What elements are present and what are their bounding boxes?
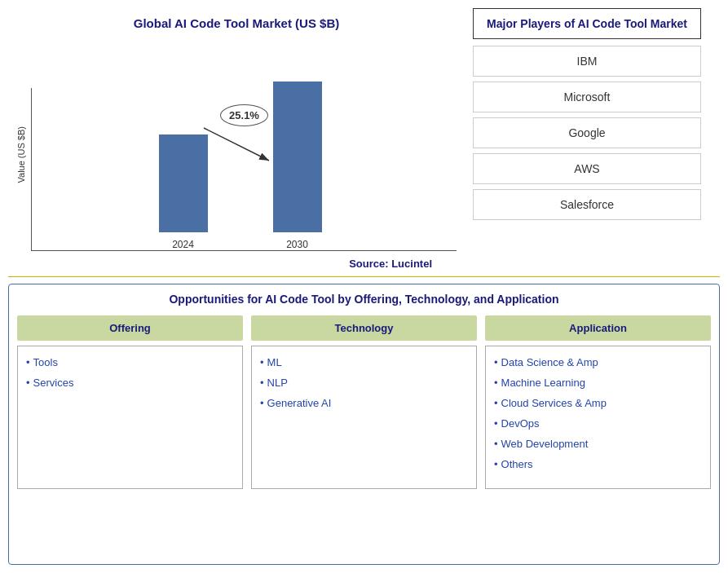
players-title: Major Players of AI Code Tool Market bbox=[473, 8, 701, 39]
bar-2024 bbox=[159, 134, 208, 232]
application-item-cloud: • Cloud Services & Amp bbox=[494, 397, 702, 409]
application-item-ml: • Machine Learning bbox=[494, 377, 702, 389]
technology-item-nlp: • NLP bbox=[260, 377, 468, 389]
bullet-icon: • bbox=[494, 417, 498, 430]
bar-label-2024: 2024 bbox=[172, 239, 194, 250]
technology-item-genai: • Generative AI bbox=[260, 397, 468, 409]
bars-container: 25.1% bbox=[31, 88, 457, 251]
growth-bubble: 25.1% bbox=[220, 104, 268, 126]
bullet-icon: • bbox=[260, 356, 264, 368]
player-item-google: Google bbox=[473, 117, 701, 148]
offering-header: Offering bbox=[17, 315, 243, 341]
chart-area: Value (US $B) 25.1% bbox=[16, 40, 457, 270]
technology-items: • ML • NLP • Generative AI bbox=[251, 346, 477, 489]
bullet-icon: • bbox=[494, 438, 498, 450]
bullet-icon: • bbox=[260, 397, 264, 409]
offering-column: Offering • Tools • Services bbox=[17, 315, 243, 489]
bullet-icon: • bbox=[494, 377, 498, 389]
offering-item-tools: • Tools bbox=[26, 356, 234, 368]
bottom-section: Opportunities for AI Code Tool by Offeri… bbox=[8, 284, 720, 565]
bullet-icon: • bbox=[494, 397, 498, 409]
application-column: Application • Data Science & Amp • Machi… bbox=[485, 315, 711, 489]
columns-container: Offering • Tools • Services Technology bbox=[17, 315, 711, 489]
player-item-aws: AWS bbox=[473, 153, 701, 184]
bar-group-2024: 2024 bbox=[159, 134, 208, 250]
player-item-ibm: IBM bbox=[473, 46, 701, 77]
application-item-webdev: • Web Development bbox=[494, 438, 702, 450]
bullet-icon: • bbox=[26, 377, 30, 389]
application-header: Application bbox=[485, 315, 711, 341]
y-axis-label: Value (US $B) bbox=[16, 126, 26, 183]
chart-inner: 25.1% bbox=[31, 88, 457, 270]
opportunities-title: Opportunities for AI Code Tool by Offeri… bbox=[17, 293, 711, 306]
application-items: • Data Science & Amp • Machine Learning … bbox=[485, 346, 711, 489]
bullet-icon: • bbox=[260, 377, 264, 389]
chart-section: Global AI Code Tool Market (US $B) Value… bbox=[8, 8, 465, 270]
player-item-microsoft: Microsoft bbox=[473, 82, 701, 112]
technology-header: Technology bbox=[251, 315, 477, 341]
players-section: Major Players of AI Code Tool Market IBM… bbox=[465, 8, 709, 270]
application-item-datascience: • Data Science & Amp bbox=[494, 356, 702, 368]
top-section: Global AI Code Tool Market (US $B) Value… bbox=[8, 8, 720, 277]
technology-column: Technology • ML • NLP • Generative AI bbox=[251, 315, 477, 489]
bullet-icon: • bbox=[494, 356, 498, 368]
bullet-icon: • bbox=[494, 458, 498, 470]
offering-item-services: • Services bbox=[26, 377, 234, 389]
chart-title: Global AI Code Tool Market (US $B) bbox=[134, 16, 340, 30]
bullet-icon: • bbox=[26, 356, 30, 368]
offering-items: • Tools • Services bbox=[17, 346, 243, 489]
main-container: Global AI Code Tool Market (US $B) Value… bbox=[0, 0, 728, 573]
application-item-others: • Others bbox=[494, 458, 702, 470]
application-item-devops: • DevOps bbox=[494, 417, 702, 430]
svg-line-0 bbox=[204, 128, 269, 161]
source-text: Source: Lucintel bbox=[31, 258, 457, 270]
player-item-salesforce: Salesforce bbox=[473, 189, 701, 220]
bar-label-2030: 2030 bbox=[286, 239, 308, 250]
technology-item-ml: • ML bbox=[260, 356, 468, 368]
